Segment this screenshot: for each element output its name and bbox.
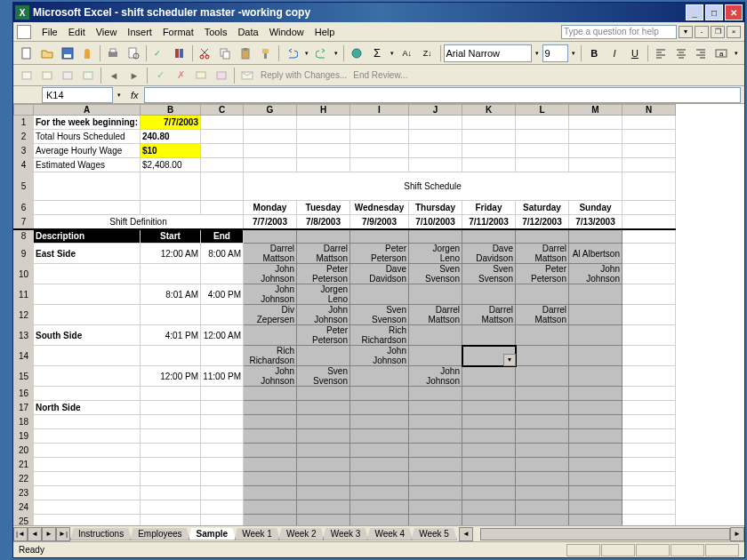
cell-A7[interactable]: Shift Definition <box>34 215 244 229</box>
review-icon-1[interactable] <box>17 66 36 85</box>
cell-I25[interactable] <box>350 515 409 526</box>
cell-K15[interactable] <box>462 366 516 387</box>
paste-icon[interactable] <box>236 44 255 63</box>
cell-A25[interactable] <box>34 515 141 526</box>
cell-L23[interactable] <box>516 486 569 500</box>
maximize-button[interactable]: □ <box>705 4 723 20</box>
cell-I1[interactable] <box>350 116 409 130</box>
cell-G18[interactable] <box>244 415 297 429</box>
cell-C19[interactable] <box>201 429 244 444</box>
cell-N14[interactable] <box>622 346 676 366</box>
cell-M18[interactable] <box>569 415 622 429</box>
cell-N18[interactable] <box>622 415 676 429</box>
cell-G3[interactable] <box>244 144 297 158</box>
cell-B14[interactable] <box>141 346 201 366</box>
cell-N21[interactable] <box>622 458 676 472</box>
cell-I21[interactable] <box>350 458 409 472</box>
column-header-A[interactable]: A <box>34 105 141 116</box>
cell-C21[interactable] <box>201 458 244 472</box>
save-icon[interactable] <box>58 44 77 63</box>
cell-M14[interactable] <box>569 346 622 366</box>
cell-B6[interactable] <box>141 201 201 215</box>
cell-G25[interactable] <box>244 515 297 526</box>
cell-J17[interactable] <box>409 401 462 415</box>
cell-M22[interactable] <box>569 472 622 486</box>
cell-M12[interactable] <box>569 305 622 325</box>
row-header-1[interactable]: 1 <box>14 116 34 130</box>
menu-view[interactable]: View <box>91 25 123 39</box>
cell-N23[interactable] <box>622 486 676 500</box>
cell-J23[interactable] <box>409 486 462 500</box>
merge-center-icon[interactable]: a <box>711 44 731 63</box>
cell-H13[interactable]: Peter Peterson <box>297 325 350 346</box>
cell-B22[interactable] <box>141 472 201 486</box>
cell-I10[interactable]: Dave Davidson <box>350 264 409 284</box>
cell-L1[interactable] <box>516 116 569 130</box>
cell-B5[interactable] <box>141 172 201 201</box>
cell-C11[interactable]: 4:00 PM <box>201 284 244 305</box>
cell-K17[interactable] <box>462 401 516 415</box>
cell-C3[interactable] <box>201 144 244 158</box>
cell-L22[interactable] <box>516 472 569 486</box>
cell-G20[interactable] <box>244 444 297 458</box>
cell-I15[interactable] <box>350 366 409 387</box>
cell-I3[interactable] <box>350 144 409 158</box>
cell-N8[interactable] <box>622 229 676 244</box>
cell-G7[interactable]: 7/7/2003 <box>244 215 297 229</box>
cell-C1[interactable] <box>201 116 244 130</box>
align-center-icon[interactable] <box>671 44 691 63</box>
menu-insert[interactable]: Insert <box>122 25 157 39</box>
italic-icon[interactable]: I <box>605 44 624 63</box>
cell-K14[interactable]: ▾ <box>462 346 516 366</box>
cell-N20[interactable] <box>622 444 676 458</box>
cell-C14[interactable] <box>201 346 244 366</box>
permission-icon[interactable] <box>77 44 97 63</box>
cell-G15[interactable]: John Johnson <box>244 366 297 387</box>
cell-L14[interactable] <box>516 346 569 366</box>
cell-N12[interactable] <box>622 305 676 325</box>
print-icon[interactable] <box>103 44 123 63</box>
font-size-select[interactable]: 9 <box>542 44 569 62</box>
cell-K19[interactable] <box>462 429 516 444</box>
cell-M10[interactable]: John Johnson <box>569 264 622 284</box>
column-header-M[interactable]: M <box>569 105 622 116</box>
cell-G8[interactable] <box>244 229 297 244</box>
cell-L10[interactable]: Peter Peterson <box>516 264 569 284</box>
cell-L19[interactable] <box>516 429 569 444</box>
cell-H25[interactable] <box>297 515 350 526</box>
cell-dropdown-icon[interactable]: ▾ <box>503 354 516 366</box>
row-header-18[interactable]: 18 <box>14 415 34 429</box>
cell-I19[interactable] <box>350 429 409 444</box>
cell-A15[interactable] <box>34 366 141 387</box>
review-accept-icon[interactable]: ✓ <box>150 66 170 85</box>
cell-B1[interactable]: 7/7/2003 <box>141 116 201 130</box>
tab-prev-icon[interactable]: ◄ <box>28 527 42 541</box>
row-header-10[interactable]: 10 <box>14 264 34 284</box>
cell-K10[interactable]: Sven Svenson <box>462 264 516 284</box>
cell-G4[interactable] <box>244 158 297 172</box>
row-header-21[interactable]: 21 <box>14 458 34 472</box>
cell-I8[interactable] <box>350 229 409 244</box>
cell-B3[interactable]: $10 <box>141 144 201 158</box>
row-header-15[interactable]: 15 <box>14 366 34 387</box>
cell-K8[interactable] <box>462 229 516 244</box>
column-header-L[interactable]: L <box>516 105 569 116</box>
cell-L15[interactable] <box>516 366 569 387</box>
cell-A20[interactable] <box>34 444 141 458</box>
cell-A17[interactable]: North Side <box>34 401 141 415</box>
autosum-dropdown-icon[interactable]: ▾ <box>388 50 397 57</box>
cell-L2[interactable] <box>516 130 569 144</box>
cell-K13[interactable] <box>462 325 516 346</box>
cell-C15[interactable]: 11:00 PM <box>201 366 244 387</box>
cell-M11[interactable] <box>569 284 622 305</box>
cell-B24[interactable] <box>141 500 201 515</box>
cell-C25[interactable] <box>201 515 244 526</box>
cell-J2[interactable] <box>409 130 462 144</box>
cell-I17[interactable] <box>350 401 409 415</box>
tab-scroll-right-icon[interactable]: ► <box>730 527 744 541</box>
menu-tools[interactable]: Tools <box>199 25 233 39</box>
font-size-dropdown-icon[interactable]: ▾ <box>569 50 578 57</box>
horizontal-scrollbar[interactable] <box>480 528 730 540</box>
menu-file[interactable]: File <box>36 25 63 39</box>
cell-L21[interactable] <box>516 458 569 472</box>
